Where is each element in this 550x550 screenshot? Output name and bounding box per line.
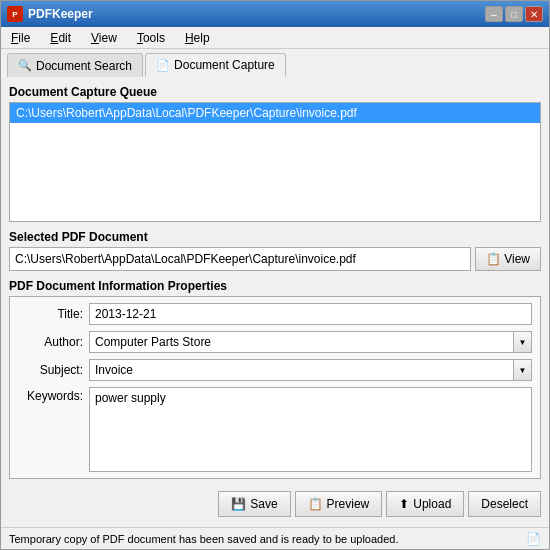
menu-file[interactable]: File — [5, 29, 36, 47]
tab-document-search-label: Document Search — [36, 59, 132, 73]
view-icon: 📋 — [486, 252, 501, 266]
status-message: Temporary copy of PDF document has been … — [9, 533, 399, 545]
selected-pdf-label: Selected PDF Document — [9, 230, 541, 244]
deselect-button-label: Deselect — [481, 497, 528, 511]
author-dropdown-arrow[interactable]: ▼ — [513, 332, 531, 352]
tab-document-search[interactable]: 🔍 Document Search — [7, 53, 143, 77]
selected-pdf-row: 📋 View — [9, 247, 541, 271]
menu-tools[interactable]: Tools — [131, 29, 171, 47]
bottom-buttons: 💾 Save 📋 Preview ⬆ Upload Deselect — [9, 487, 541, 519]
author-input[interactable] — [90, 332, 513, 352]
keywords-textarea[interactable] — [89, 387, 532, 472]
capture-tab-icon: 📄 — [156, 59, 170, 72]
queue-section: Document Capture Queue C:\Users\Robert\A… — [9, 85, 541, 222]
main-content: Document Capture Queue C:\Users\Robert\A… — [1, 77, 549, 527]
queue-listbox[interactable]: C:\Users\Robert\AppData\Local\PDFKeeper\… — [9, 102, 541, 222]
close-button[interactable]: ✕ — [525, 6, 543, 22]
title-input[interactable] — [89, 303, 532, 325]
subject-dropdown[interactable]: ▼ — [89, 359, 532, 381]
title-row: Title: — [18, 303, 532, 325]
tab-document-capture[interactable]: 📄 Document Capture — [145, 53, 286, 77]
queue-item-path: C:\Users\Robert\AppData\Local\PDFKeeper\… — [16, 106, 357, 120]
queue-item[interactable]: C:\Users\Robert\AppData\Local\PDFKeeper\… — [10, 103, 540, 123]
subject-dropdown-arrow[interactable]: ▼ — [513, 360, 531, 380]
preview-icon: 📋 — [308, 497, 323, 511]
keywords-row: Keywords: — [18, 387, 532, 472]
upload-icon: ⬆ — [399, 497, 409, 511]
title-bar: P PDFKeeper – □ ✕ — [1, 1, 549, 27]
title-bar-controls: – □ ✕ — [485, 6, 543, 22]
tab-bar: 🔍 Document Search 📄 Document Capture — [1, 49, 549, 77]
upload-button[interactable]: ⬆ Upload — [386, 491, 464, 517]
minimize-button[interactable]: – — [485, 6, 503, 22]
search-tab-icon: 🔍 — [18, 59, 32, 72]
menu-bar: File Edit View Tools Help — [1, 27, 549, 49]
menu-help[interactable]: Help — [179, 29, 216, 47]
app-icon: P — [7, 6, 23, 22]
keywords-label: Keywords: — [18, 387, 83, 472]
save-button[interactable]: 💾 Save — [218, 491, 290, 517]
title-bar-left: P PDFKeeper — [7, 6, 93, 22]
selected-pdf-path-input[interactable] — [9, 247, 471, 271]
preview-button[interactable]: 📋 Preview — [295, 491, 383, 517]
subject-input[interactable] — [90, 360, 513, 380]
preview-button-label: Preview — [327, 497, 370, 511]
maximize-button[interactable]: □ — [505, 6, 523, 22]
title-label: Title: — [18, 307, 83, 321]
status-icon: 📄 — [526, 532, 541, 546]
props-border: Title: Author: ▼ Subject: ▼ — [9, 296, 541, 479]
subject-row: Subject: ▼ — [18, 359, 532, 381]
props-label: PDF Document Information Properties — [9, 279, 541, 293]
props-section: PDF Document Information Properties Titl… — [9, 279, 541, 479]
menu-edit[interactable]: Edit — [44, 29, 77, 47]
author-label: Author: — [18, 335, 83, 349]
author-dropdown[interactable]: ▼ — [89, 331, 532, 353]
queue-label: Document Capture Queue — [9, 85, 541, 99]
subject-label: Subject: — [18, 363, 83, 377]
status-bar: Temporary copy of PDF document has been … — [1, 527, 549, 549]
selected-pdf-section: Selected PDF Document 📋 View — [9, 230, 541, 271]
window-title: PDFKeeper — [28, 7, 93, 21]
view-button[interactable]: 📋 View — [475, 247, 541, 271]
upload-button-label: Upload — [413, 497, 451, 511]
save-icon: 💾 — [231, 497, 246, 511]
tab-document-capture-label: Document Capture — [174, 58, 275, 72]
view-button-label: View — [504, 252, 530, 266]
app-window: P PDFKeeper – □ ✕ File Edit View Tools H… — [0, 0, 550, 550]
menu-view[interactable]: View — [85, 29, 123, 47]
save-button-label: Save — [250, 497, 277, 511]
deselect-button[interactable]: Deselect — [468, 491, 541, 517]
author-row: Author: ▼ — [18, 331, 532, 353]
